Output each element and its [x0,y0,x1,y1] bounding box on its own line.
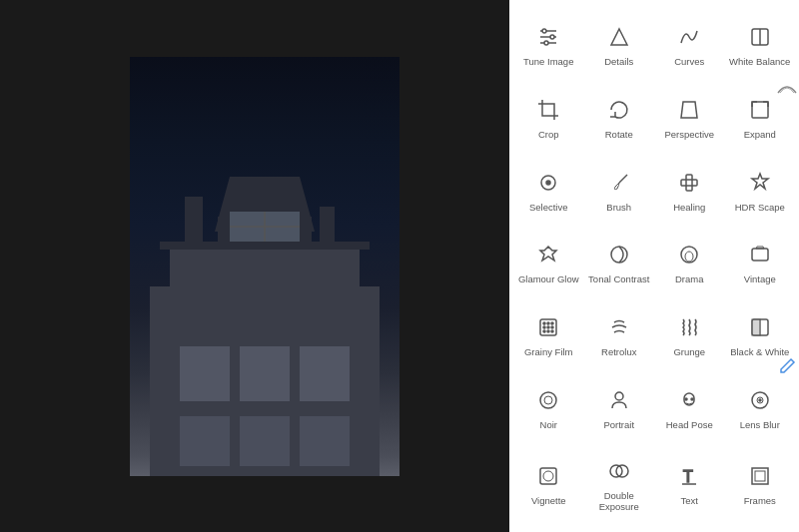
tool-grunge[interactable]: Grunge [654,299,725,372]
curves-label: Curves [674,56,704,67]
perspective-label: Perspective [664,129,714,140]
svg-marker-26 [681,102,697,118]
tools-panel: Tune ImageDetailsCurvesWhite BalanceCrop… [509,0,799,532]
frames-icon [745,461,775,491]
grunge-icon [674,312,704,342]
svg-point-33 [611,247,627,263]
tool-glamour-glow[interactable]: Glamour Glow [513,227,584,299]
svg-point-41 [551,322,553,324]
glamour-glow-icon [533,240,563,269]
tool-portrait[interactable]: Portrait [584,371,655,444]
svg-point-35 [685,252,693,262]
tools-grid: Tune ImageDetailsCurvesWhite BalanceCrop… [509,0,799,532]
svg-point-45 [543,330,545,332]
hdr-scape-icon [745,168,775,198]
tool-head-pose[interactable]: Head Pose [654,371,725,444]
lens-blur-icon [745,385,775,415]
svg-rect-9 [240,346,290,401]
grainy-film-icon [533,312,563,342]
rainbow-icon[interactable] [777,80,797,98]
details-icon [604,22,634,52]
tool-brush[interactable]: Brush [584,154,655,227]
svg-rect-27 [752,102,768,118]
tune-image-icon [533,22,563,52]
vignette-icon [533,461,563,491]
photo-container [130,57,400,476]
text-label: Text [681,495,698,506]
tool-perspective[interactable]: Perspective [654,81,725,154]
svg-rect-12 [240,416,290,466]
svg-rect-2 [170,247,360,306]
svg-rect-49 [752,319,760,335]
edit-pencil-icon[interactable] [778,357,796,379]
svg-rect-11 [180,416,230,466]
tool-tune-image[interactable]: Tune Image [513,8,584,81]
perspective-icon [674,95,704,125]
vintage-label: Vintage [744,273,776,284]
noir-label: Noir [540,419,557,430]
rotate-label: Rotate [605,129,633,140]
building-svg [130,57,400,476]
healing-label: Healing [673,202,705,213]
selective-icon [533,168,563,198]
tool-grainy-film[interactable]: Grainy Film [513,299,584,372]
tool-curves[interactable]: Curves [654,8,725,81]
svg-point-52 [615,392,623,400]
tool-tonal-contrast[interactable]: Tonal Contrast [584,227,655,299]
tool-crop[interactable]: Crop [513,81,584,154]
healing-icon [674,168,704,198]
tool-retrolux[interactable]: Retrolux [584,299,655,372]
head-pose-label: Head Pose [666,419,713,430]
svg-point-39 [543,322,545,324]
black-white-icon [745,312,775,342]
head-pose-icon [674,385,704,415]
curves-icon [674,22,704,52]
noir-icon [533,385,563,415]
tool-noir[interactable]: Noir [513,371,584,444]
grunge-label: Grunge [673,346,705,357]
svg-marker-37 [756,247,764,249]
svg-marker-32 [540,247,556,261]
svg-marker-23 [611,29,627,45]
svg-point-22 [544,41,548,45]
tool-white-balance[interactable]: White Balance [725,8,796,81]
tool-double-exposure[interactable]: Double Exposure [584,444,655,524]
image-area [0,0,509,532]
tune-image-label: Tune Image [523,56,573,67]
drama-icon [674,240,704,269]
white-balance-label: White Balance [729,56,790,67]
drama-label: Drama [675,273,704,284]
svg-point-46 [547,330,549,332]
retrolux-label: Retrolux [601,346,636,357]
svg-rect-8 [180,346,230,401]
tool-drama[interactable]: Drama [654,227,725,299]
svg-rect-30 [686,175,692,191]
svg-text:T: T [683,468,693,485]
svg-rect-36 [752,249,768,261]
crop-icon [533,95,563,125]
tool-selective[interactable]: Selective [513,154,584,227]
glamour-glow-label: Glamour Glow [518,273,579,284]
tool-healing[interactable]: Healing [654,154,725,227]
svg-point-40 [547,322,549,324]
svg-point-58 [759,399,761,401]
right-edge-icons [777,80,797,532]
tonal-contrast-label: Tonal Contrast [588,273,649,284]
brush-label: Brush [606,202,631,213]
svg-rect-65 [752,468,768,484]
tool-vignette[interactable]: Vignette [513,444,584,524]
vintage-icon [745,240,775,269]
text-icon: T [674,461,704,491]
details-label: Details [604,56,633,67]
tool-details[interactable]: Details [584,8,655,81]
svg-rect-31 [681,180,697,186]
tool-rotate[interactable]: Rotate [584,81,655,154]
double-exposure-icon [604,456,634,486]
tool-text[interactable]: TText [654,444,725,524]
photo-background [130,57,400,476]
lens-blur-label: Lens Blur [740,419,780,430]
svg-rect-66 [755,471,765,481]
svg-rect-10 [300,346,350,401]
portrait-icon [604,385,634,415]
svg-point-51 [544,396,552,404]
